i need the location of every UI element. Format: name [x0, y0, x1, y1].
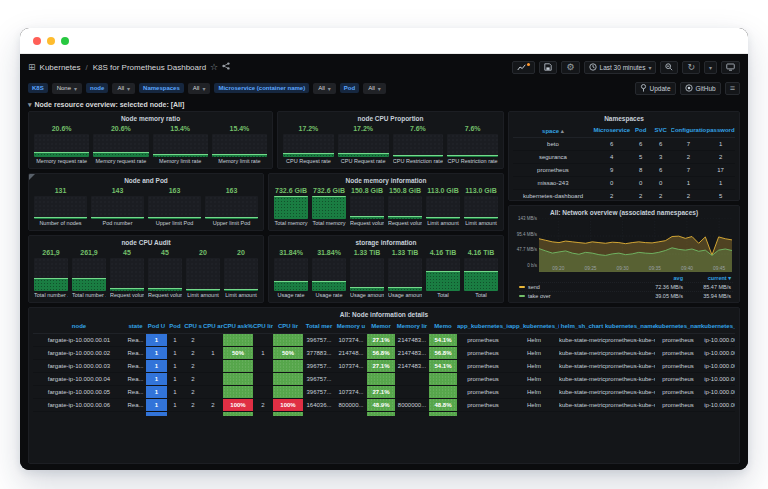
x-axis-tick: 09:25	[584, 266, 596, 271]
gauge-label: Request volume	[110, 292, 144, 299]
node-details-cell: prometheus	[457, 372, 509, 385]
node-details-cell: 2	[183, 385, 203, 398]
namespaces-col-space[interactable]: space ▴	[513, 124, 593, 137]
node-details-col-total-mer[interactable]: Total mer	[303, 320, 335, 333]
node-details-col-app-kubernetes-io-ins[interactable]: app_kubernetes_io_ins	[457, 320, 509, 333]
panel-title-node-information-details[interactable]: All: Node information details	[33, 310, 735, 320]
node-details-col-app-kubernetes-io-nc[interactable]: app_kubernetes_io_nc	[509, 320, 559, 333]
node-details-col-kubernetes-name[interactable]: kubernetes_name	[605, 320, 655, 333]
namespaces-col-configuration[interactable]: Configuration	[671, 124, 707, 137]
panel-title-memory-ratio[interactable]: Node memory ratio	[33, 114, 268, 124]
network-plot[interactable]	[539, 218, 732, 272]
share-icon[interactable]	[222, 62, 230, 72]
legend-col-avg[interactable]: avg	[637, 275, 685, 281]
filter-namespaces-label[interactable]: Namespaces	[139, 83, 184, 93]
namespaces-cell: kubernetes-dashboard	[513, 189, 593, 198]
node-details-cell: 1	[167, 359, 183, 372]
settings-gear-button[interactable]: ⚙	[561, 61, 579, 74]
apps-grid-icon[interactable]: ⊞	[28, 63, 36, 72]
filter-node-value[interactable]: All▾	[112, 83, 135, 94]
dashboard-title[interactable]: K8S for Prometheus Dashboard	[93, 63, 206, 72]
node-details-col-memory-lir[interactable]: Memory lir	[395, 320, 429, 333]
node-details-col-cpu-s[interactable]: CPU s	[183, 320, 203, 333]
filter-k8s-label[interactable]: K8S	[28, 83, 48, 93]
node-details-col-state[interactable]: state	[125, 320, 146, 333]
filter-node-label[interactable]: node	[86, 83, 108, 93]
github-link-button[interactable]: GitHub	[680, 82, 721, 95]
node-details-cell: 56.8%	[367, 346, 395, 359]
node-details-col-node[interactable]: node	[33, 320, 125, 333]
zoom-out-time-button[interactable]	[660, 61, 678, 74]
node-details-col-pod[interactable]: Pod	[167, 320, 183, 333]
panel-title-namespaces[interactable]: Namespaces	[513, 114, 735, 124]
row-node-resource-overview[interactable]: ▾ Node resource overview: selected node:…	[28, 98, 740, 111]
star-icon[interactable]: ☆	[210, 63, 218, 72]
panel-title-cpu-audit[interactable]: node CPU Audit	[33, 238, 259, 248]
gauge-value: 15.4%	[153, 124, 208, 133]
node-details-col-cpu-ar[interactable]: CPU ar	[203, 320, 223, 333]
node-details-col-pod-u[interactable]: Pod U	[146, 320, 167, 333]
node-details-col-kubernetes-node[interactable]: kubernetes_node	[701, 320, 735, 333]
node-details-col-memor[interactable]: Memor	[367, 320, 395, 333]
namespaces-col-pod[interactable]: Pod	[631, 124, 651, 137]
notification-dot	[527, 63, 530, 66]
node-details-cell	[509, 411, 559, 416]
namespaces-col-password[interactable]: password	[706, 124, 735, 137]
filter-pod-label[interactable]: Pod	[340, 83, 359, 93]
filter-microservice-container-name-value[interactable]: All▾	[313, 83, 336, 94]
menu-button[interactable]: ≡	[725, 82, 740, 95]
insights-button[interactable]	[512, 61, 535, 74]
node-details-col-kubernetes-namespac[interactable]: kubernetes_namespac	[655, 320, 701, 333]
zoom-window-button[interactable]	[61, 37, 69, 45]
save-dashboard-button[interactable]	[539, 61, 557, 74]
node-details-cell: kube-state-metrics-2...	[559, 385, 605, 398]
kiosk-mode-button[interactable]	[721, 61, 740, 74]
filter-k8s-value[interactable]: None▾	[52, 83, 82, 94]
panel-info-corner[interactable]	[29, 174, 35, 180]
node-details-cell: 8000000...	[395, 398, 429, 411]
node-details-col-memo[interactable]: Memo	[429, 320, 457, 333]
namespaces-col-microservice[interactable]: Microservice	[593, 124, 631, 137]
clock-icon	[589, 63, 597, 71]
node-details-cell: 107374...	[335, 333, 367, 346]
gauge-label: Request volume	[148, 292, 182, 299]
node-details-cell	[429, 385, 457, 398]
breadcrumb-folder[interactable]: Kubernetes	[40, 63, 81, 72]
legend-series-take-over[interactable]: take over	[519, 293, 637, 299]
refresh-button[interactable]: ↻	[682, 61, 700, 74]
node-details-col-cpu-lir[interactable]: CPU lir	[273, 320, 303, 333]
gauge-label: CPU Request rate	[338, 158, 389, 165]
filter-microservice-container-name-label[interactable]: Microservice (container name)	[214, 83, 309, 93]
panel-title-node-pod[interactable]: Node and Pod	[33, 176, 259, 186]
panel-title-memory-info[interactable]: Node memory information	[273, 176, 499, 186]
chart-legend: avgcurrent ▾send72.36 MB/s85.47 MB/stake…	[513, 273, 735, 300]
bar-gauge: 113.0 GiBLimit amount	[464, 186, 498, 227]
minimize-window-button[interactable]	[47, 37, 55, 45]
gauge-label: Total memory	[274, 220, 308, 227]
node-details-col-cpu-ask-[interactable]: CPU ask%	[223, 320, 253, 333]
gauge-bar	[34, 134, 89, 157]
gauge-row: 17.2%CPU Request rate17.2%CPU Request ra…	[282, 124, 499, 166]
panel-title-network-overview[interactable]: All: Network overview (associated namesp…	[513, 208, 735, 218]
node-details-col-memory-u[interactable]: Memory u	[335, 320, 367, 333]
gauge-fill	[34, 152, 89, 157]
refresh-interval-button[interactable]: ▾	[704, 61, 717, 74]
bar-gauge: 7.6%CPU Restriction rate	[447, 124, 498, 165]
panel-namespaces: Namespaces space ▴MicroservicePodSVCConf…	[508, 111, 740, 201]
update-link-button[interactable]: Update	[635, 82, 676, 95]
namespaces-col-svc[interactable]: SVC	[651, 124, 671, 137]
namespaces-cell: beto	[513, 137, 593, 150]
node-details-cell: 100%	[273, 398, 303, 411]
legend-col-current[interactable]: current ▾	[685, 275, 733, 281]
close-window-button[interactable]	[33, 37, 41, 45]
node-details-col-helm-sh-chart[interactable]: helm_sh_chart	[559, 320, 605, 333]
node-details-cell: ip-10.000.00.01	[701, 333, 735, 346]
panel-title-storage[interactable]: storage information	[273, 238, 499, 248]
node-details-col-cpu-lir[interactable]: CPU lir	[253, 320, 273, 333]
legend-series-send[interactable]: send	[519, 284, 637, 290]
gauge-value: 113.0 GiB	[426, 186, 460, 195]
filter-pod-value[interactable]: All▾	[363, 83, 386, 94]
panel-title-cpu-proportion[interactable]: node CPU Proportion	[282, 114, 499, 124]
time-range-picker[interactable]: Last 30 minutes ▾	[584, 61, 657, 74]
filter-namespaces-value[interactable]: All▾	[188, 83, 211, 94]
